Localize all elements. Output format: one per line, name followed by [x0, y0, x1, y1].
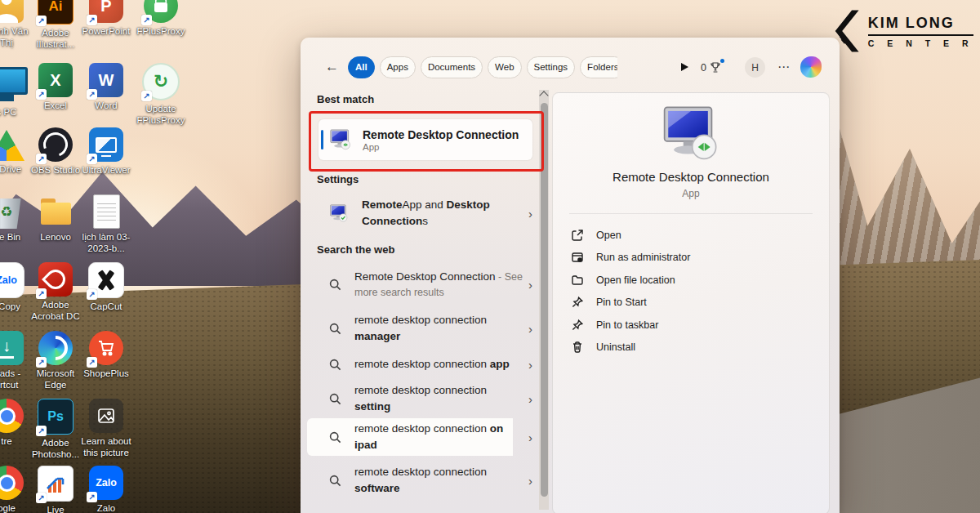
tab-apps[interactable]: Apps	[380, 56, 416, 78]
desktop-icon-excel[interactable]: X Excel	[29, 63, 82, 111]
tab-settings[interactable]: Settings	[527, 56, 576, 78]
action-list: Open Run as administrator Open file loca…	[553, 224, 829, 359]
shortcut-arrow-icon	[36, 16, 47, 26]
copilot-icon[interactable]	[800, 56, 822, 78]
chevron-right-icon	[528, 322, 532, 336]
tab-folders[interactable]: Folders	[580, 56, 617, 78]
shortcut-arrow-icon	[87, 89, 97, 100]
action-open[interactable]: Open	[553, 224, 829, 247]
document-icon	[93, 194, 120, 229]
remoteapp-icon	[329, 204, 349, 222]
word-icon: W	[89, 63, 123, 97]
picture-icon	[89, 399, 123, 433]
desktop-icon-update-fplusproxy[interactable]: ↻ Update FPlusProxy	[135, 63, 187, 127]
search-icon	[329, 359, 341, 371]
section-best-match: Best match	[317, 93, 374, 105]
desktop-icon-adobe-illustrator[interactable]: Ai Adobe Illustrat...	[29, 0, 82, 51]
settings-result-remoteapp[interactable]: RemoteApp and Desktop Connections	[307, 191, 541, 235]
chevron-right-icon	[528, 358, 532, 372]
desktop-icon-shopeplus[interactable]: ShopePlus	[80, 331, 132, 379]
pin-icon	[571, 319, 584, 332]
rewards-count: 0	[701, 62, 706, 74]
shortcut-arrow-icon	[36, 426, 47, 436]
shortcut-arrow-icon	[36, 357, 47, 368]
desktop-icon-this-pc[interactable]: s PC	[0, 63, 33, 118]
suggestion-text: Remote Desktop Connection - See more sea…	[354, 269, 523, 300]
windows-search-panel: All Apps Documents Web Settings Folders …	[301, 38, 840, 513]
rewards-badge[interactable]: 0	[701, 61, 722, 74]
expand-filters-icon[interactable]	[681, 63, 688, 71]
desktop-icon-capcut[interactable]: CapCut	[80, 262, 132, 312]
desktop-icon-obs-studio[interactable]: OBS Studio	[29, 127, 82, 176]
scroll-up-icon[interactable]	[539, 91, 548, 100]
web-suggestion-manager[interactable]: remote desktop connection manager	[307, 310, 541, 346]
desktop-icon-adobe-photoshop[interactable]: Ps Adobe Photosho...	[29, 399, 82, 461]
downloads-icon	[0, 331, 24, 365]
shortcut-arrow-icon	[36, 493, 47, 503]
tab-web[interactable]: Web	[488, 56, 521, 78]
shopping-cart-icon	[89, 331, 123, 365]
web-suggestion-software[interactable]: remote desktop connection software	[307, 462, 541, 498]
web-suggestion-see-more[interactable]: Remote Desktop Connection - See more sea…	[307, 266, 541, 302]
action-uninstall[interactable]: Uninstall	[553, 337, 829, 359]
desktop-icon-adobe-acrobat[interactable]: Adobe Acrobat DC	[29, 262, 82, 323]
zalo-copy-icon: Zalo	[0, 262, 24, 298]
shortcut-arrow-icon	[141, 91, 152, 101]
desktop-icon-powerpoint[interactable]: P PowerPoint	[80, 0, 132, 37]
tab-all[interactable]: All	[348, 56, 375, 78]
shortcut-arrow-icon	[36, 288, 47, 299]
this-pc-monitor-icon	[0, 67, 28, 95]
update-refresh-icon: ↻	[142, 63, 180, 100]
desktop-icon-fplusproxy[interactable]: FPlusProxy	[135, 0, 187, 37]
shortcut-arrow-icon	[87, 289, 97, 300]
desktop-icon-ultraviewer[interactable]: UltraViewer	[80, 127, 132, 176]
divider	[569, 213, 813, 214]
obs-studio-icon	[38, 127, 73, 162]
action-run-as-administrator[interactable]: Run as administrator	[553, 247, 829, 270]
desktop-icon-word[interactable]: W Word	[80, 63, 132, 111]
web-suggestion-app[interactable]: remote desktop connection app	[307, 353, 541, 376]
action-pin-to-taskbar[interactable]: Pin to taskbar	[553, 314, 829, 337]
chevron-right-icon	[528, 207, 532, 221]
desktop-icon-lenovo-folder[interactable]: Lenovo	[29, 194, 82, 243]
suggestion-text: remote desktop connection app	[354, 356, 523, 372]
powerpoint-icon: P	[89, 0, 123, 23]
desktop-icon-google[interactable]: ogle	[0, 466, 33, 513]
search-icon	[329, 393, 341, 405]
web-suggestion-setting[interactable]: remote desktop connection setting	[307, 381, 541, 417]
user-icon	[0, 0, 24, 23]
avatar[interactable]: H	[745, 57, 765, 78]
action-pin-to-start[interactable]: Pin to Start	[553, 292, 829, 314]
section-search-the-web: Search the web	[317, 243, 394, 256]
desktop-icon-microsoft-edge[interactable]: Microsoft Edge	[29, 331, 82, 391]
desktop-icon-zalo-copy[interactable]: Zalo - Copy	[0, 262, 33, 312]
shortcut-arrow-icon	[87, 15, 97, 25]
folder-icon	[38, 194, 73, 229]
section-settings: Settings	[317, 173, 359, 185]
shortcut-arrow-icon	[141, 15, 152, 25]
desktop-icon-recycle-bin[interactable]: cle Bin	[0, 194, 33, 243]
desktop-icon-google-drive[interactable]: e Drive	[0, 127, 33, 175]
web-suggestion-on-ipad[interactable]: remote desktop connection on ipad	[307, 418, 541, 456]
trash-icon	[571, 341, 584, 354]
photoshop-icon: Ps	[38, 399, 74, 435]
suggestion-text: remote desktop connection manager	[354, 312, 523, 344]
chevron-right-icon	[528, 430, 532, 444]
desktop-icon-live-traffic[interactable]: Live Traffic...	[29, 466, 82, 513]
desktop-icon-lich-lam-document[interactable]: lịch làm 03-2023-b...	[80, 194, 132, 255]
back-icon[interactable]	[325, 59, 339, 75]
capcut-icon	[88, 262, 124, 298]
tab-documents[interactable]: Documents	[421, 56, 483, 78]
shortcut-arrow-icon	[36, 89, 47, 100]
desktop-icon-zalo[interactable]: Zalo Zalo	[80, 466, 132, 513]
detail-subtitle: App	[553, 188, 829, 199]
chevron-right-icon	[528, 392, 532, 406]
desktop-icon-learn-about-picture[interactable]: Learn about this picture	[80, 399, 132, 459]
desktop-icon-tre[interactable]: tre	[0, 399, 33, 447]
more-options-icon[interactable]	[777, 60, 791, 74]
desktop-icon-user[interactable]: g Anh Văn Thị	[0, 0, 33, 49]
shortcut-arrow-icon	[87, 492, 97, 502]
action-open-file-location[interactable]: Open file location	[553, 269, 829, 292]
desktop-icon-downloads-shortcut[interactable]: loads - ortcut	[0, 331, 33, 391]
excel-icon: X	[38, 63, 73, 97]
